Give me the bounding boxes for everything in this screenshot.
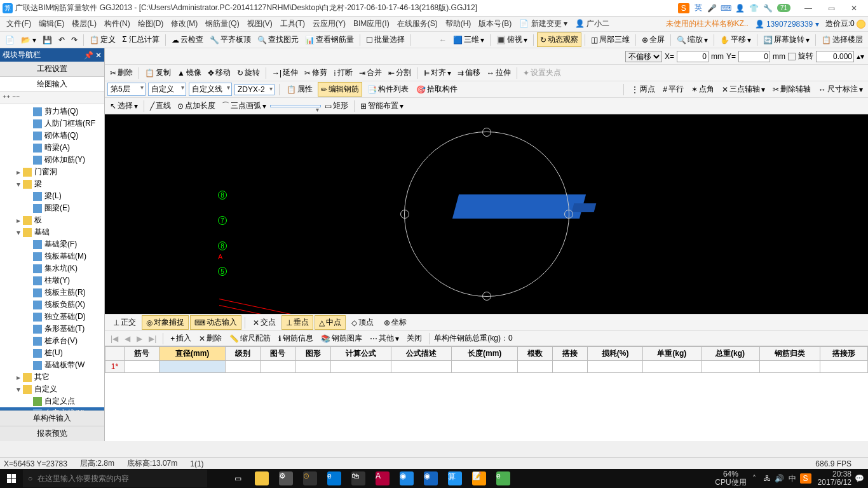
tree-item[interactable]: 剪力墙(Q) xyxy=(0,105,104,118)
tree-item[interactable]: 砌体加筋(Y) xyxy=(0,154,104,166)
arc3pt-btn[interactable]: ⌒ 三点画弧 ▾ xyxy=(219,99,269,112)
close-btn[interactable]: 关闭 xyxy=(404,332,424,345)
network-icon[interactable]: 🖧 xyxy=(762,473,772,484)
edge-icon[interactable]: e xyxy=(323,469,346,488)
category-combo[interactable]: 自定义 xyxy=(148,83,186,96)
tree-item[interactable]: 集水坑(K) xyxy=(0,262,104,274)
table-header[interactable]: 长度(mm) xyxy=(452,347,518,361)
threeptaxis-btn[interactable]: ✕ 三点辅轴 ▾ xyxy=(719,83,768,96)
table-header[interactable] xyxy=(105,347,125,361)
tree-item[interactable]: 人防门框墙(RF xyxy=(0,118,104,130)
new-button[interactable]: 📄 xyxy=(3,34,17,46)
ime-icon[interactable]: 中 xyxy=(787,473,797,484)
topview-button[interactable]: 🔳 俯视 ▾ xyxy=(494,33,530,46)
3d-button[interactable]: 🟦 三维 ▾ xyxy=(451,33,487,46)
volume-icon[interactable]: 🔊 xyxy=(775,473,785,484)
table-header[interactable]: 搭接 xyxy=(553,347,588,361)
vertex-btn[interactable]: ◇ 顶点 xyxy=(347,315,378,330)
screenrot-button[interactable]: 🔄 屏幕旋转 ▾ xyxy=(761,33,812,46)
app-swirl-icon[interactable]: ⊙ xyxy=(299,469,322,488)
rect-btn[interactable]: ▭ 矩形 xyxy=(322,99,351,112)
property-btn[interactable]: 📋 属性 xyxy=(284,83,315,96)
tree-item[interactable]: 梁(L) xyxy=(0,190,104,202)
tray-up-icon[interactable]: ˄ xyxy=(749,473,759,484)
mirror-btn[interactable]: ▲ 镜像 xyxy=(175,66,204,79)
table-header[interactable]: 搭接形 xyxy=(820,347,867,361)
table-header[interactable]: 公式描述 xyxy=(391,347,451,361)
tree-item[interactable]: 筏板负筋(X) xyxy=(0,299,104,311)
cloudcheck-button[interactable]: ☁ 云检查 xyxy=(169,33,206,46)
move-btn[interactable]: ✥ 移动 xyxy=(205,66,233,79)
collapse-icon[interactable]: ⁻⁻ xyxy=(12,93,20,102)
rdelete-btn[interactable]: ✕ 删除 xyxy=(196,332,224,345)
table-cell[interactable] xyxy=(159,361,226,373)
table-cell[interactable] xyxy=(553,361,588,373)
break-btn[interactable]: ⁞ 打断 xyxy=(331,66,355,79)
sogou-icon[interactable]: S xyxy=(678,3,689,13)
menu-floor[interactable]: 楼层(L) xyxy=(68,18,100,29)
table-header[interactable]: 筋号 xyxy=(125,347,159,361)
table-cell[interactable] xyxy=(125,361,159,373)
tree-item[interactable]: ▸其它 xyxy=(0,371,104,383)
y-input[interactable] xyxy=(738,51,770,62)
notif-badge[interactable]: 71 xyxy=(777,4,790,12)
menu-online[interactable]: 在线服务(S) xyxy=(393,18,442,29)
table-cell[interactable] xyxy=(642,361,701,373)
table-cell[interactable] xyxy=(226,361,261,373)
keyboard-icon[interactable]: ⌨ xyxy=(721,3,731,13)
mid-btn[interactable]: △ 中点 xyxy=(315,315,346,330)
table-header[interactable]: 图号 xyxy=(261,347,295,361)
osnap-btn[interactable]: ◎ 对象捕捉 xyxy=(142,315,189,330)
wrench-icon[interactable]: 🔧 xyxy=(763,3,773,13)
menu-rebar[interactable]: 钢筋量(Q) xyxy=(201,18,243,29)
table-header[interactable]: 损耗(%) xyxy=(588,347,642,361)
table-header[interactable]: 图形 xyxy=(295,347,330,361)
menu-version[interactable]: 版本号(B) xyxy=(475,18,515,29)
pickcomp-btn[interactable]: 🎯 拾取构件 xyxy=(414,83,460,96)
table-cell[interactable] xyxy=(261,361,295,373)
table-cell[interactable] xyxy=(518,361,553,373)
editrebar-btn[interactable]: ✏ 编辑钢筋 xyxy=(318,82,362,97)
menu-phone[interactable]: 👤 13907298339 ▾ xyxy=(755,20,819,29)
tree-item[interactable]: 桩(U) xyxy=(0,347,104,359)
viewrebar-button[interactable]: 📊 查看钢筋量 xyxy=(302,33,356,46)
rotate-input[interactable] xyxy=(816,51,854,62)
minimize-button[interactable]: — xyxy=(797,0,820,17)
cpu-meter[interactable]: 64%CPU使用 xyxy=(715,470,746,487)
tree-item[interactable]: ▾梁 xyxy=(0,178,104,190)
table-header[interactable]: 计算公式 xyxy=(330,347,391,361)
rotate-checkbox[interactable] xyxy=(788,53,796,60)
other-btn[interactable]: ⋯ 其他 ▾ xyxy=(367,332,402,345)
table-cell[interactable] xyxy=(820,361,867,373)
back-nav[interactable]: ← xyxy=(437,34,449,46)
cad-icon[interactable]: A xyxy=(371,469,394,488)
next-btn[interactable]: ▶ xyxy=(135,334,144,343)
app-current-icon[interactable]: 算 xyxy=(444,469,466,488)
tree-item[interactable]: 独立基础(D) xyxy=(0,311,104,323)
sidebar-pin-icon[interactable]: 📌 ✕ xyxy=(84,51,102,60)
fullscreen-button[interactable]: ⊕ 全屏 xyxy=(639,33,667,46)
delaxis-btn[interactable]: ✂ 删除辅轴 xyxy=(770,83,813,96)
local3d-button[interactable]: ◫ 局部三维 xyxy=(588,33,632,46)
trim-btn[interactable]: ✂ 修剪 xyxy=(302,66,330,79)
tree-item[interactable]: 条形基础(T) xyxy=(0,323,104,335)
table-cell[interactable] xyxy=(759,361,820,373)
define-button[interactable]: 📋 定义 xyxy=(87,33,118,46)
tree-item[interactable]: 砌体墙(Q) xyxy=(0,130,104,142)
arc-combo[interactable] xyxy=(270,105,321,107)
dimension-btn[interactable]: ↔ 尺寸标注 ▾ xyxy=(816,83,865,96)
table-header[interactable]: 级别 xyxy=(226,347,261,361)
menu-bim[interactable]: BIM应用(I) xyxy=(349,18,393,29)
prev-btn[interactable]: ◀ xyxy=(123,334,132,343)
sogou-tray-icon[interactable]: S xyxy=(800,473,811,484)
pointangle-btn[interactable]: ✶ 点角 xyxy=(689,83,717,96)
tree-item[interactable]: ▸门窗洞 xyxy=(0,166,104,178)
rebarlib-btn[interactable]: 📚 钢筋图库 xyxy=(318,332,365,345)
save-button[interactable]: 💾 xyxy=(40,34,55,46)
open-button[interactable]: 📂 ▾ xyxy=(18,34,39,46)
tree-item[interactable]: ▾基础 xyxy=(0,226,104,238)
app-360-icon[interactable]: e xyxy=(492,469,515,488)
3d-viewport[interactable]: 8 7 8 5 A xyxy=(105,114,868,314)
dynview-button[interactable]: ↻ 动态观察 xyxy=(537,32,581,47)
delete-btn[interactable]: ✂ 删除 xyxy=(107,66,135,79)
